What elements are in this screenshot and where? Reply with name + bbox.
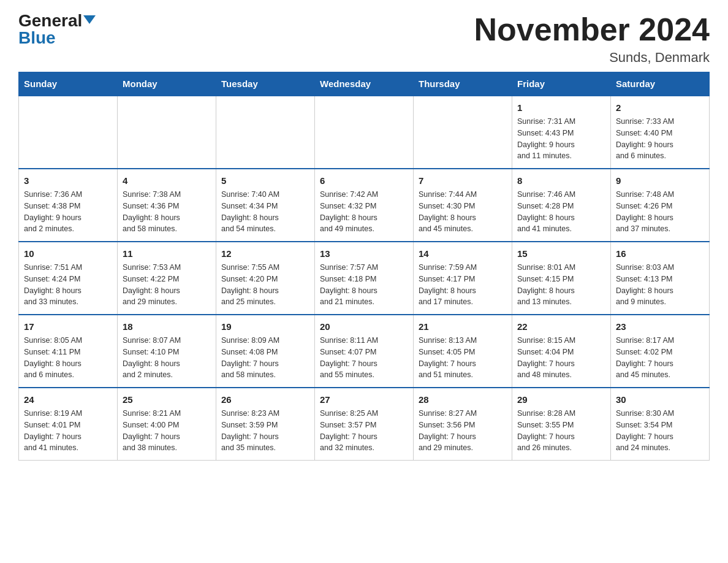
day-info: Sunrise: 8:25 AM Sunset: 3:57 PM Dayligh…: [320, 408, 408, 454]
day-number: 2: [616, 101, 704, 114]
day-info: Sunrise: 7:40 AM Sunset: 4:34 PM Dayligh…: [221, 189, 309, 235]
day-number: 8: [517, 174, 605, 187]
day-info: Sunrise: 7:38 AM Sunset: 4:36 PM Dayligh…: [123, 189, 211, 235]
logo-triangle-icon: [83, 15, 96, 24]
calendar-title-block: November 2024 Sunds, Denmark: [474, 12, 710, 66]
calendar-day-cell: 29Sunrise: 8:28 AM Sunset: 3:55 PM Dayli…: [512, 388, 611, 461]
calendar-day-cell: 13Sunrise: 7:57 AM Sunset: 4:18 PM Dayli…: [315, 242, 414, 315]
day-number: 24: [24, 393, 112, 406]
calendar-day-cell: [118, 96, 216, 169]
day-info: Sunrise: 7:59 AM Sunset: 4:17 PM Dayligh…: [419, 262, 507, 308]
calendar-day-cell: 10Sunrise: 7:51 AM Sunset: 4:24 PM Dayli…: [19, 242, 118, 315]
day-number: 13: [320, 247, 408, 260]
day-info: Sunrise: 8:28 AM Sunset: 3:55 PM Dayligh…: [517, 408, 605, 454]
day-info: Sunrise: 7:31 AM Sunset: 4:43 PM Dayligh…: [517, 116, 605, 162]
calendar-day-cell: 18Sunrise: 8:07 AM Sunset: 4:10 PM Dayli…: [118, 315, 216, 388]
day-info: Sunrise: 8:30 AM Sunset: 3:54 PM Dayligh…: [616, 408, 704, 454]
day-info: Sunrise: 8:01 AM Sunset: 4:15 PM Dayligh…: [517, 262, 605, 308]
day-info: Sunrise: 8:05 AM Sunset: 4:11 PM Dayligh…: [24, 335, 112, 381]
logo-blue-text: Blue: [18, 29, 56, 47]
calendar-week-5: 24Sunrise: 8:19 AM Sunset: 4:01 PM Dayli…: [19, 388, 710, 461]
day-info: Sunrise: 7:44 AM Sunset: 4:30 PM Dayligh…: [419, 189, 507, 235]
calendar-day-cell: 21Sunrise: 8:13 AM Sunset: 4:05 PM Dayli…: [414, 315, 512, 388]
header-tuesday: Tuesday: [216, 72, 315, 96]
day-info: Sunrise: 8:27 AM Sunset: 3:56 PM Dayligh…: [419, 408, 507, 454]
day-number: 11: [123, 247, 211, 260]
day-info: Sunrise: 7:53 AM Sunset: 4:22 PM Dayligh…: [123, 262, 211, 308]
day-info: Sunrise: 8:13 AM Sunset: 4:05 PM Dayligh…: [419, 335, 507, 381]
day-number: 26: [221, 393, 309, 406]
day-number: 28: [419, 393, 507, 406]
calendar-day-cell: 20Sunrise: 8:11 AM Sunset: 4:07 PM Dayli…: [315, 315, 414, 388]
calendar-day-cell: 6Sunrise: 7:42 AM Sunset: 4:32 PM Daylig…: [315, 169, 414, 242]
calendar-day-cell: 12Sunrise: 7:55 AM Sunset: 4:20 PM Dayli…: [216, 242, 315, 315]
calendar-header-row: Sunday Monday Tuesday Wednesday Thursday…: [19, 72, 710, 96]
header-thursday: Thursday: [414, 72, 512, 96]
day-info: Sunrise: 7:42 AM Sunset: 4:32 PM Dayligh…: [320, 189, 408, 235]
day-number: 18: [123, 320, 211, 333]
day-info: Sunrise: 7:57 AM Sunset: 4:18 PM Dayligh…: [320, 262, 408, 308]
calendar-week-1: 1Sunrise: 7:31 AM Sunset: 4:43 PM Daylig…: [19, 96, 710, 169]
day-info: Sunrise: 7:51 AM Sunset: 4:24 PM Dayligh…: [24, 262, 112, 308]
header-friday: Friday: [512, 72, 611, 96]
day-number: 30: [616, 393, 704, 406]
calendar-day-cell: 19Sunrise: 8:09 AM Sunset: 4:08 PM Dayli…: [216, 315, 315, 388]
header-saturday: Saturday: [611, 72, 710, 96]
calendar-subtitle: Sunds, Denmark: [474, 50, 710, 66]
day-number: 15: [517, 247, 605, 260]
calendar-day-cell: 8Sunrise: 7:46 AM Sunset: 4:28 PM Daylig…: [512, 169, 611, 242]
header-sunday: Sunday: [19, 72, 118, 96]
day-number: 22: [517, 320, 605, 333]
day-number: 23: [616, 320, 704, 333]
day-info: Sunrise: 7:55 AM Sunset: 4:20 PM Dayligh…: [221, 262, 309, 308]
calendar-day-cell: [414, 96, 512, 169]
day-info: Sunrise: 8:15 AM Sunset: 4:04 PM Dayligh…: [517, 335, 605, 381]
calendar-day-cell: 9Sunrise: 7:48 AM Sunset: 4:26 PM Daylig…: [611, 169, 710, 242]
day-info: Sunrise: 7:36 AM Sunset: 4:38 PM Dayligh…: [24, 189, 112, 235]
calendar-day-cell: [216, 96, 315, 169]
day-number: 9: [616, 174, 704, 187]
calendar-day-cell: 30Sunrise: 8:30 AM Sunset: 3:54 PM Dayli…: [611, 388, 710, 461]
day-number: 17: [24, 320, 112, 333]
day-info: Sunrise: 8:03 AM Sunset: 4:13 PM Dayligh…: [616, 262, 704, 308]
day-number: 10: [24, 247, 112, 260]
calendar-day-cell: 27Sunrise: 8:25 AM Sunset: 3:57 PM Dayli…: [315, 388, 414, 461]
calendar-week-3: 10Sunrise: 7:51 AM Sunset: 4:24 PM Dayli…: [19, 242, 710, 315]
day-info: Sunrise: 8:07 AM Sunset: 4:10 PM Dayligh…: [123, 335, 211, 381]
calendar-day-cell: 14Sunrise: 7:59 AM Sunset: 4:17 PM Dayli…: [414, 242, 512, 315]
day-info: Sunrise: 8:21 AM Sunset: 4:00 PM Dayligh…: [123, 408, 211, 454]
logo: General Blue: [18, 12, 96, 47]
calendar-day-cell: 1Sunrise: 7:31 AM Sunset: 4:43 PM Daylig…: [512, 96, 611, 169]
logo-general-text: General: [18, 12, 82, 29]
page-header: General Blue November 2024 Sunds, Denmar…: [18, 12, 710, 66]
day-number: 25: [123, 393, 211, 406]
day-number: 6: [320, 174, 408, 187]
day-info: Sunrise: 8:19 AM Sunset: 4:01 PM Dayligh…: [24, 408, 112, 454]
day-number: 4: [123, 174, 211, 187]
day-number: 20: [320, 320, 408, 333]
header-wednesday: Wednesday: [315, 72, 414, 96]
day-info: Sunrise: 8:11 AM Sunset: 4:07 PM Dayligh…: [320, 335, 408, 381]
day-info: Sunrise: 7:48 AM Sunset: 4:26 PM Dayligh…: [616, 189, 704, 235]
calendar-day-cell: 22Sunrise: 8:15 AM Sunset: 4:04 PM Dayli…: [512, 315, 611, 388]
calendar-day-cell: 7Sunrise: 7:44 AM Sunset: 4:30 PM Daylig…: [414, 169, 512, 242]
day-number: 3: [24, 174, 112, 187]
day-info: Sunrise: 8:23 AM Sunset: 3:59 PM Dayligh…: [221, 408, 309, 454]
calendar-day-cell: 24Sunrise: 8:19 AM Sunset: 4:01 PM Dayli…: [19, 388, 118, 461]
calendar-day-cell: 3Sunrise: 7:36 AM Sunset: 4:38 PM Daylig…: [19, 169, 118, 242]
day-number: 14: [419, 247, 507, 260]
calendar-day-cell: 17Sunrise: 8:05 AM Sunset: 4:11 PM Dayli…: [19, 315, 118, 388]
calendar-day-cell: 26Sunrise: 8:23 AM Sunset: 3:59 PM Dayli…: [216, 388, 315, 461]
calendar-title: November 2024: [474, 12, 710, 47]
calendar-day-cell: 28Sunrise: 8:27 AM Sunset: 3:56 PM Dayli…: [414, 388, 512, 461]
calendar-day-cell: 11Sunrise: 7:53 AM Sunset: 4:22 PM Dayli…: [118, 242, 216, 315]
calendar-day-cell: 16Sunrise: 8:03 AM Sunset: 4:13 PM Dayli…: [611, 242, 710, 315]
day-number: 7: [419, 174, 507, 187]
calendar-day-cell: 15Sunrise: 8:01 AM Sunset: 4:15 PM Dayli…: [512, 242, 611, 315]
day-number: 27: [320, 393, 408, 406]
day-number: 1: [517, 101, 605, 114]
day-number: 16: [616, 247, 704, 260]
day-info: Sunrise: 8:17 AM Sunset: 4:02 PM Dayligh…: [616, 335, 704, 381]
day-number: 12: [221, 247, 309, 260]
calendar-week-2: 3Sunrise: 7:36 AM Sunset: 4:38 PM Daylig…: [19, 169, 710, 242]
